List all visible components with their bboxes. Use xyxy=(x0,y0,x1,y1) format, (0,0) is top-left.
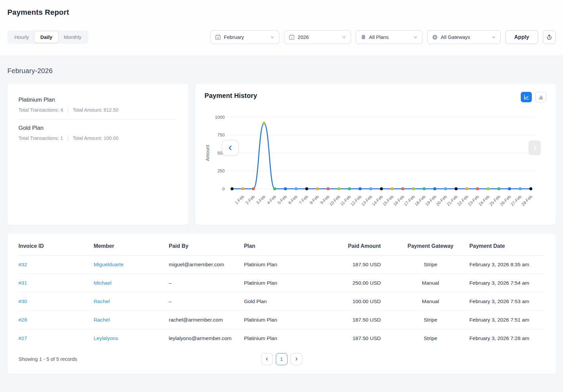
svg-text:0: 0 xyxy=(222,186,225,191)
divider xyxy=(68,107,68,113)
plan-name: Gold Plan xyxy=(18,125,177,131)
gateway-cell: Stripe xyxy=(394,256,469,274)
svg-text:$: $ xyxy=(434,35,436,39)
member-link-cell: Michael xyxy=(94,274,169,292)
plan-cell: Gold Plan xyxy=(244,292,319,311)
svg-text:19-Feb: 19-Feb xyxy=(425,194,437,207)
calendar-month-icon: 12 xyxy=(215,34,221,40)
column-header-paid-amount: Paid Amount xyxy=(319,236,394,256)
plan-transactions: Total Transactions: 1 xyxy=(18,135,63,141)
date-cell: February 3, 2026 7:51 am xyxy=(469,311,545,329)
pagination: 1 xyxy=(261,353,302,365)
view-toggle-daily[interactable]: Daily xyxy=(35,32,58,43)
payments-table-card: Invoice IDMemberPaid ByPlanPaid AmountPa… xyxy=(7,234,556,374)
gateway-cell: Manual xyxy=(394,292,469,311)
line-chart-toggle-button[interactable] xyxy=(521,92,532,102)
invoice-link-cell: #31 xyxy=(18,274,94,292)
svg-text:28-Feb: 28-Feb xyxy=(520,194,533,207)
svg-text:3-Feb: 3-Feb xyxy=(256,194,267,205)
column-header-member: Member xyxy=(94,236,169,256)
table-footer: Showing 1 - 5 of 5 records 1 xyxy=(18,347,545,369)
date-cell: February 3, 2026 8:35 am xyxy=(469,256,545,274)
month-select[interactable]: 12 February xyxy=(210,30,279,44)
table-row: #30Rachel–Gold Plan100.00 USDManualFebru… xyxy=(18,292,545,311)
column-header-payment-gateway: Payment Gateway xyxy=(394,236,469,256)
chevron-down-icon xyxy=(270,35,275,40)
gateways-select-value: All Gateways xyxy=(441,34,470,40)
svg-text:14-Feb: 14-Feb xyxy=(371,194,384,207)
amount-cell: 250.00 USD xyxy=(319,274,394,292)
paid-by-cell: – xyxy=(169,292,244,311)
table-row: #31Michael–Platinium Plan250.00 USDManua… xyxy=(18,274,545,292)
member-link[interactable]: Rachel xyxy=(94,317,110,323)
table-row: #28Rachelrachel@armember.comPlatinium Pl… xyxy=(18,311,545,329)
filter-toolbar: Hourly Daily Monthly 12 February xyxy=(7,30,556,44)
plan-summary-card: Platinium Plan Total Transactions: 4 Tot… xyxy=(7,84,188,225)
pagination-page-1-button[interactable]: 1 xyxy=(276,353,287,365)
chevron-down-icon xyxy=(342,35,346,40)
invoice-link[interactable]: #32 xyxy=(18,262,27,267)
chart-title: Payment History xyxy=(205,92,257,100)
plan-transactions: Total Transactions: 4 xyxy=(18,107,63,113)
apply-button[interactable]: Apply xyxy=(505,30,538,44)
pagination-prev-button[interactable] xyxy=(261,353,273,365)
paid-by-cell: rachel@armember.com xyxy=(169,311,244,329)
plans-stack-icon xyxy=(360,34,366,40)
chart-prev-button[interactable] xyxy=(222,140,239,156)
invoice-link[interactable]: #28 xyxy=(18,317,27,323)
amount-cell: 187.50 USD xyxy=(319,329,394,348)
year-select[interactable]: 1 2026 xyxy=(284,30,351,44)
gateway-cell: Manual xyxy=(394,274,469,292)
svg-text:24-Feb: 24-Feb xyxy=(478,194,491,207)
svg-text:7-Feb: 7-Feb xyxy=(298,194,309,205)
bar-chart-toggle-button[interactable] xyxy=(535,92,546,102)
view-toggle-hourly[interactable]: Hourly xyxy=(9,32,35,43)
line-chart-icon xyxy=(523,94,529,100)
plan-cell: Platinium Plan xyxy=(244,256,319,274)
export-button[interactable] xyxy=(543,30,556,44)
filters-group: 12 February 1 2026 xyxy=(210,30,556,44)
chevron-left-icon xyxy=(227,145,234,151)
member-link[interactable]: Leylalyons xyxy=(94,335,118,341)
gateways-select[interactable]: $ All Gateways xyxy=(427,30,501,44)
plan-cell: Platinium Plan xyxy=(244,311,319,329)
view-toggle-monthly[interactable]: Monthly xyxy=(58,32,87,43)
month-select-value: February xyxy=(224,34,244,40)
svg-text:1000: 1000 xyxy=(215,115,225,120)
divider xyxy=(68,135,68,141)
svg-text:26-Feb: 26-Feb xyxy=(499,194,512,207)
report-content: February-2026 Platinium Plan Total Trans… xyxy=(0,67,563,374)
svg-text:1: 1 xyxy=(291,37,292,39)
member-link[interactable]: Michael xyxy=(94,280,111,286)
svg-text:23-Feb: 23-Feb xyxy=(467,194,480,207)
amount-cell: 187.50 USD xyxy=(319,311,394,329)
plan-amount: Total Amount: 812.50 xyxy=(73,107,118,113)
svg-text:250: 250 xyxy=(217,168,225,173)
svg-text:15-Feb: 15-Feb xyxy=(382,194,395,207)
column-header-invoice-id: Invoice ID xyxy=(18,236,94,256)
invoice-link[interactable]: #27 xyxy=(18,335,27,341)
svg-text:1-Feb: 1-Feb xyxy=(234,194,245,205)
table-header-row: Invoice IDMemberPaid ByPlanPaid AmountPa… xyxy=(18,236,545,256)
invoice-link-cell: #28 xyxy=(18,311,94,329)
svg-text:13-Feb: 13-Feb xyxy=(360,194,373,207)
svg-text:10-Feb: 10-Feb xyxy=(328,194,341,207)
plans-select[interactable]: All Plans xyxy=(356,30,423,44)
amount-cell: 100.00 USD xyxy=(319,292,394,311)
member-link[interactable]: Miguelduarte xyxy=(94,262,124,267)
member-link[interactable]: Rachel xyxy=(94,298,110,304)
chart-next-button[interactable] xyxy=(528,141,541,155)
chevron-down-icon xyxy=(413,35,418,40)
svg-text:11-Feb: 11-Feb xyxy=(339,194,352,207)
svg-text:22-Feb: 22-Feb xyxy=(456,194,469,207)
svg-text:18-Feb: 18-Feb xyxy=(414,194,427,207)
pagination-next-button[interactable] xyxy=(290,353,302,365)
svg-text:16-Feb: 16-Feb xyxy=(392,194,405,207)
chevron-right-icon xyxy=(294,357,298,361)
svg-text:2-Feb: 2-Feb xyxy=(245,194,256,205)
line-chart: 02505007501000Amount1-Feb2-Feb3-Feb4-Feb… xyxy=(205,111,540,218)
invoice-link[interactable]: #31 xyxy=(18,280,27,286)
invoice-link[interactable]: #30 xyxy=(18,298,27,304)
table-row: #27Leylalyonsleylalyons@armember.comPlat… xyxy=(18,329,545,348)
paid-by-cell: leylalyons@armember.com xyxy=(169,329,244,348)
